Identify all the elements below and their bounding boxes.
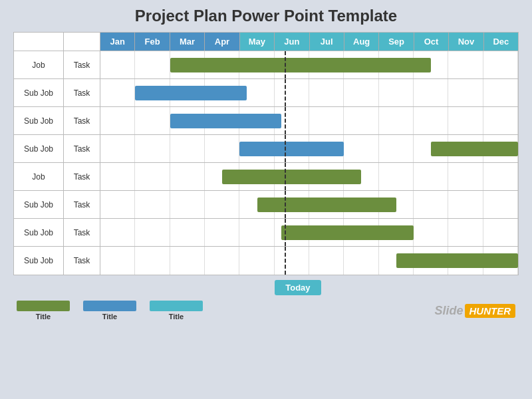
grid-cell (344, 135, 378, 162)
today-line (285, 191, 286, 218)
brand-hunter: HUNTER (465, 304, 516, 318)
legend-item: Title (17, 301, 70, 321)
brand-slide: Slide (434, 304, 463, 317)
row-task: Task (64, 163, 100, 190)
grid-cell (135, 191, 170, 218)
grid-cell (100, 51, 135, 78)
row-label: Job (14, 163, 64, 190)
today-line (285, 51, 286, 78)
row-task: Task (64, 79, 100, 106)
table-row: Sub JobTask (14, 107, 518, 135)
today-line (285, 163, 286, 190)
grid-cell (448, 79, 483, 106)
today-marker-row: Today (13, 275, 519, 295)
months-area (100, 247, 518, 275)
row-task: Task (64, 191, 100, 218)
table-row: Sub JobTask (14, 135, 518, 163)
legend-color-box (83, 301, 136, 311)
grid-cell (483, 191, 518, 218)
legend-label: Title (169, 313, 184, 321)
table-row: Sub JobTask (14, 247, 518, 275)
grid-cell (309, 79, 344, 106)
grid-cell (170, 163, 205, 190)
today-line (285, 79, 286, 106)
grid-cell (239, 247, 274, 275)
table-row: JobTask (14, 51, 518, 79)
grid-cell (100, 163, 135, 190)
grid-cell (100, 79, 135, 106)
grid-cell (170, 135, 205, 162)
grid-cell (448, 219, 483, 246)
grid-cell (275, 79, 309, 106)
row-task: Task (64, 51, 100, 78)
gantt-bar (170, 114, 281, 128)
grid-cell (414, 219, 448, 246)
grid-cell (483, 163, 518, 190)
legend-label: Title (102, 313, 117, 321)
grid-cell (170, 219, 205, 246)
month-header-jun: Jun (275, 33, 309, 51)
month-header-nov: Nov (449, 33, 483, 51)
months-area (100, 163, 518, 190)
grid-cell (414, 163, 448, 190)
grid-cell (100, 135, 135, 162)
month-header-apr: Apr (205, 33, 239, 51)
gantt-bar (222, 170, 361, 184)
grid-cell (414, 107, 448, 134)
table-row: Sub JobTask (14, 219, 518, 247)
legend-label: Title (36, 313, 51, 321)
grid-cell (379, 79, 414, 106)
months-area (100, 191, 518, 218)
month-header-aug: Aug (344, 33, 379, 51)
legend-items: TitleTitleTitle (17, 301, 203, 321)
grid-cell (135, 107, 170, 134)
grid-cell (135, 51, 170, 78)
today-button[interactable]: Today (275, 280, 321, 295)
months-area (100, 219, 518, 246)
grid-cell (379, 135, 414, 162)
grid-cell (344, 79, 378, 106)
page-title: Project Plan Power Point Template (135, 7, 397, 25)
gantt-bar (396, 253, 518, 268)
row-task: Task (64, 107, 100, 134)
row-label: Job (14, 51, 64, 78)
today-line (285, 107, 286, 134)
legend-area: TitleTitleTitle SlideHUNTER (13, 301, 519, 321)
grid-cell (135, 163, 170, 190)
gantt-bar (170, 58, 432, 72)
grid-cell (344, 107, 378, 134)
gantt-bar (257, 198, 396, 212)
grid-cell (309, 247, 344, 275)
today-line (285, 219, 286, 246)
grid-cell (205, 135, 239, 162)
grid-cell (135, 219, 170, 246)
gantt-bar (239, 142, 344, 156)
row-label: Sub Job (14, 79, 64, 106)
brand: SlideHUNTER (434, 304, 515, 318)
grid-cell (135, 247, 170, 275)
table-row: Sub JobTask (14, 79, 518, 107)
row-label: Sub Job (14, 247, 64, 275)
grid-cell (135, 135, 170, 162)
task-col-header (64, 33, 100, 51)
month-header-may: May (240, 33, 275, 51)
table-row: Sub JobTask (14, 191, 518, 219)
grid-cell (448, 51, 483, 78)
legend-item: Title (83, 301, 136, 321)
grid-cell (414, 79, 448, 106)
grid-cell (100, 247, 135, 275)
grid-cell (379, 107, 414, 134)
today-line (285, 135, 286, 162)
months-area (100, 51, 518, 78)
grid-cell (448, 163, 483, 190)
grid-cell (100, 107, 135, 134)
grid-cell (448, 191, 483, 218)
grid-cell (205, 191, 239, 218)
grid-cell (309, 107, 344, 134)
grid-cell (239, 219, 274, 246)
month-header-oct: Oct (414, 33, 449, 51)
gantt-bar-2 (431, 142, 518, 156)
grid-cell (205, 219, 239, 246)
row-task: Task (64, 219, 100, 246)
gantt-bar (135, 86, 246, 100)
